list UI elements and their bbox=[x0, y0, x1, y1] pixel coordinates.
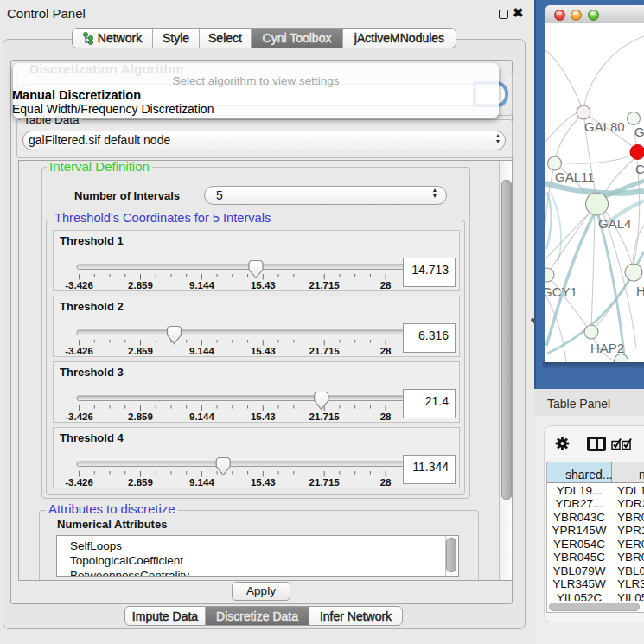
svg-text:HAP2: HAP2 bbox=[590, 341, 624, 355]
svg-text:21.715: 21.715 bbox=[309, 477, 341, 488]
svg-text:9.144: 9.144 bbox=[189, 477, 214, 488]
svg-text:21.715: 21.715 bbox=[309, 411, 341, 422]
svg-text:28: 28 bbox=[380, 477, 392, 488]
svg-text:28: 28 bbox=[380, 280, 392, 290]
svg-text:15.43: 15.43 bbox=[251, 346, 276, 356]
svg-text:-3.426: -3.426 bbox=[65, 477, 93, 488]
svg-text:21.715: 21.715 bbox=[309, 346, 341, 356]
svg-text:2.859: 2.859 bbox=[128, 477, 153, 488]
svg-text:2.859: 2.859 bbox=[128, 411, 153, 422]
svg-text:15.43: 15.43 bbox=[251, 411, 276, 422]
svg-text:-3.426: -3.426 bbox=[65, 411, 93, 422]
svg-text:GAL11: GAL11 bbox=[555, 169, 595, 184]
svg-text:28: 28 bbox=[380, 346, 392, 356]
svg-text:C: C bbox=[635, 162, 644, 176]
svg-text:15.43: 15.43 bbox=[251, 477, 276, 488]
svg-text:28: 28 bbox=[380, 411, 392, 422]
svg-text:9.144: 9.144 bbox=[189, 411, 214, 422]
svg-text:-3.426: -3.426 bbox=[65, 280, 93, 290]
svg-text:9.144: 9.144 bbox=[189, 280, 214, 290]
svg-text:GAL80: GAL80 bbox=[584, 119, 625, 134]
svg-text:2.859: 2.859 bbox=[128, 346, 153, 356]
svg-text:H: H bbox=[636, 284, 644, 298]
svg-text:GAL4: GAL4 bbox=[598, 216, 631, 231]
svg-text:2.859: 2.859 bbox=[128, 280, 153, 290]
svg-text:9.144: 9.144 bbox=[189, 346, 214, 356]
svg-text:-3.426: -3.426 bbox=[65, 346, 93, 356]
svg-text:21.715: 21.715 bbox=[309, 280, 341, 290]
svg-text:15.43: 15.43 bbox=[251, 280, 276, 290]
svg-text:GA: GA bbox=[634, 124, 644, 139]
svg-text:GCY1: GCY1 bbox=[545, 284, 577, 299]
